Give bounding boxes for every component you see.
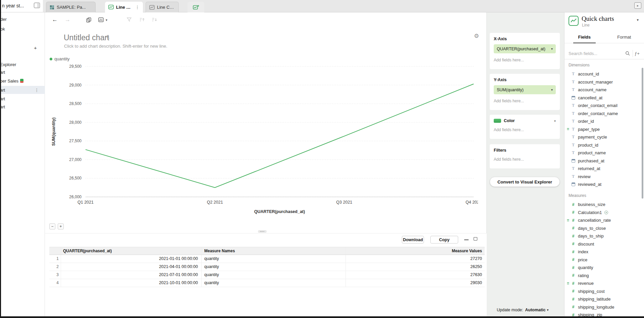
new-chart-tab-button[interactable]: [187, 2, 204, 12]
back-button[interactable]: [52, 16, 58, 23]
sidebar-item-chart-selected[interactable]: art: [0, 86, 45, 94]
collapse-caret-icon[interactable]: [554, 119, 556, 123]
tab-line-chart-2[interactable]: Line Chart: [146, 2, 179, 12]
measure-field-item[interactable]: Calculation1: [565, 209, 642, 217]
dimension-field-item[interactable]: = paper_type: [565, 125, 642, 134]
chart-type-icon[interactable]: [98, 17, 104, 22]
chart-type-caret-icon[interactable]: [106, 18, 107, 22]
item-menu-icon[interactable]: [35, 88, 39, 93]
dimension-field-item[interactable]: order_id: [565, 117, 642, 125]
sidebar-item-chart[interactable]: art: [0, 68, 45, 76]
chart-type-chevron-icon[interactable]: [637, 18, 639, 22]
measure-field-item[interactable]: discount: [565, 240, 642, 248]
measure-field-item[interactable]: quantity: [565, 264, 642, 272]
measure-field-item[interactable]: shipping_longitude: [565, 303, 642, 311]
zoom-out-button[interactable]: −: [49, 223, 55, 229]
sidebar-item-truncated[interactable]: ok: [0, 26, 5, 32]
field-type-icon: [571, 166, 576, 171]
sidebar-item-chart[interactable]: art: [0, 95, 45, 103]
equals-icon: =: [567, 281, 569, 286]
measure-field-item[interactable]: rating: [565, 272, 642, 280]
line-chart-plot: 26,00026,50027,00027,50028,00028,50029,0…: [50, 64, 478, 221]
row-number: 2: [49, 263, 61, 271]
dimension-field-item[interactable]: returned_at: [565, 165, 642, 173]
add-item-button[interactable]: +: [34, 45, 37, 51]
dimension-field-item[interactable]: payment_cycle: [565, 133, 642, 141]
dimension-field-item[interactable]: order_contact_email: [565, 102, 642, 110]
sidebar-item-truncated[interactable]: der: [0, 17, 7, 22]
measure-field-item[interactable]: price: [565, 256, 642, 264]
add-fields-dropzone[interactable]: Add fields here...: [494, 58, 556, 62]
measure-field-item[interactable]: days_to_ship: [565, 232, 642, 240]
sidebar-collapse-icon[interactable]: [34, 3, 40, 8]
dimension-field-item[interactable]: review: [565, 173, 642, 181]
update-mode-dropdown[interactable]: Automatic: [525, 308, 549, 312]
add-fields-dropzone[interactable]: Add fields here...: [494, 157, 556, 162]
add-fields-dropzone[interactable]: Add fields here...: [494, 127, 556, 132]
table-row[interactable]: 1 2021-01-01 00:00:00 quantity 27270: [49, 255, 485, 263]
field-name: business_size: [578, 202, 605, 207]
measure-field-item[interactable]: days_to_close: [565, 224, 642, 232]
measure-field-item[interactable]: business_size: [565, 201, 642, 209]
x-axis-field-pill[interactable]: QUARTER(purchased_at): [494, 44, 556, 53]
row-number: 1: [49, 255, 61, 263]
sidebar-item-chart[interactable]: art: [0, 103, 45, 111]
download-button[interactable]: Download: [402, 236, 424, 244]
search-fields-input[interactable]: [569, 50, 621, 57]
panel-expand-icon[interactable]: [634, 2, 641, 9]
dimension-field-item[interactable]: account_id: [565, 70, 642, 78]
tab-fields[interactable]: Fields: [565, 31, 604, 43]
caret-down-icon[interactable]: [551, 47, 553, 51]
field-type-icon: [571, 135, 576, 140]
chart-settings-icon[interactable]: [474, 33, 479, 40]
convert-to-visual-explorer-button[interactable]: Convert to Visual Explorer: [490, 177, 560, 187]
tab-sample-dataset[interactable]: SAMPLE: Pa...: [46, 2, 96, 12]
table-row[interactable]: 2 2021-04-01 00:00:00 quantity 26250: [49, 263, 485, 271]
color-swatch[interactable]: [494, 119, 501, 123]
measure-field-item[interactable]: shipping_latitude: [565, 295, 642, 303]
chart-description-placeholder[interactable]: Click to add chart description. Shift-en…: [64, 44, 167, 49]
duplicate-icon[interactable]: [86, 17, 91, 22]
measure-field-item[interactable]: index: [565, 248, 642, 256]
column-header[interactable]: QUARTER(purchased_at): [61, 247, 201, 255]
sidebar-item-explorer[interactable]: Explorer: [0, 60, 45, 68]
top-tab-bar: n year st... SAMPLE: Pa... Line Chart Li…: [0, 0, 644, 12]
y-axis-card: Y-Axis SUM(quantity) Add fields here...: [490, 74, 560, 110]
forward-button[interactable]: [65, 16, 70, 23]
dimension-field-item[interactable]: product_name: [565, 149, 642, 157]
column-header[interactable]: Measure Values: [345, 247, 485, 255]
maximize-panel-icon[interactable]: [474, 237, 477, 241]
tab-format[interactable]: Format: [604, 31, 644, 43]
chart-title[interactable]: Untitled chart: [64, 33, 109, 42]
measure-field-item[interactable]: shipping_cost: [565, 287, 642, 296]
field-type-icon: [571, 80, 576, 85]
table-row[interactable]: 3 2021-07-01 00:00:00 quantity 27630: [49, 271, 485, 279]
dimension-field-item[interactable]: cancelled_at: [565, 94, 642, 102]
left-sidebar: der ok + Explorer art per Sales art art …: [0, 12, 45, 318]
measure-field-item[interactable]: = cancellation_rate: [565, 216, 642, 224]
dimension-field-item[interactable]: order_contact_name: [565, 110, 642, 118]
dimension-field-item[interactable]: account_name: [565, 86, 642, 94]
caret-down-icon[interactable]: [551, 88, 553, 92]
dimension-field-item[interactable]: purchased_at: [565, 157, 642, 165]
add-formula-icon[interactable]: [633, 50, 641, 57]
cell-measure-value: 27630: [345, 271, 485, 279]
minimize-panel-icon[interactable]: [464, 240, 469, 240]
scrollbar-thumb[interactable]: [642, 68, 643, 199]
y-axis-field-pill[interactable]: SUM(quantity): [494, 85, 556, 94]
dimension-field-item[interactable]: account_manager: [565, 78, 642, 86]
screen-edge: [0, 316, 644, 318]
table-row[interactable]: 4 2021-10-01 00:00:00 quantity 29030: [49, 279, 485, 287]
tab-line-chart-active[interactable]: Line Chart: [105, 2, 143, 12]
sidebar-item-paper-sales[interactable]: per Sales: [0, 77, 45, 85]
measure-field-item[interactable]: = revenue: [565, 279, 642, 287]
tab-menu-icon[interactable]: [135, 5, 140, 10]
copy-button[interactable]: Copy: [430, 236, 458, 244]
edit-title-icon[interactable]: [106, 35, 110, 41]
column-header[interactable]: Measure Names: [201, 247, 345, 255]
dimension-field-item[interactable]: reviewed_at: [565, 180, 642, 189]
panel-resize-handle[interactable]: [258, 230, 267, 233]
zoom-in-button[interactable]: +: [58, 223, 64, 229]
dimension-field-item[interactable]: product_id: [565, 141, 642, 149]
add-fields-dropzone[interactable]: Add fields here...: [494, 99, 556, 103]
